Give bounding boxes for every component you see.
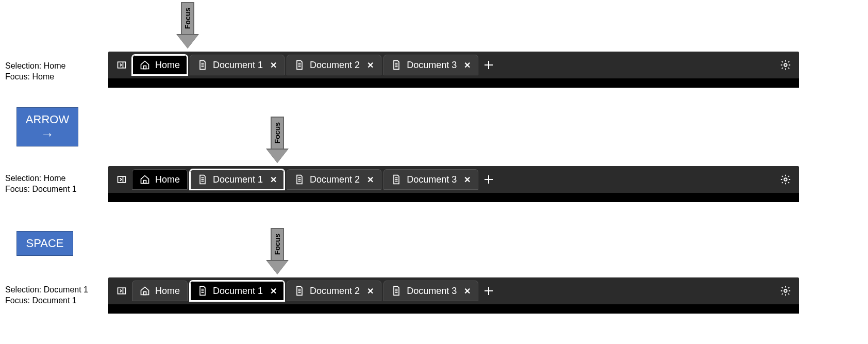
add-tab-button[interactable] bbox=[479, 170, 498, 189]
tab-label: Home bbox=[155, 286, 180, 297]
collapse-button[interactable] bbox=[112, 56, 131, 74]
document-icon bbox=[197, 174, 208, 185]
focus-pointer-label: Focus bbox=[273, 122, 281, 143]
focus-label: Focus: Document 1 bbox=[5, 296, 88, 306]
close-icon[interactable]: ✕ bbox=[367, 286, 374, 296]
svg-point-44 bbox=[784, 289, 787, 292]
document-icon bbox=[294, 60, 305, 70]
tab-strip: Home Document 1 ✕ Document 2 ✕ Document … bbox=[108, 52, 799, 78]
tab-home[interactable]: Home bbox=[132, 55, 188, 75]
close-icon[interactable]: ✕ bbox=[270, 60, 277, 70]
collapse-icon bbox=[116, 174, 127, 185]
close-icon[interactable]: ✕ bbox=[367, 60, 374, 70]
focus-label: Focus: Document 1 bbox=[5, 184, 77, 195]
tab-label: Document 3 bbox=[407, 174, 457, 185]
document-icon bbox=[391, 286, 402, 296]
close-icon[interactable]: ✕ bbox=[270, 286, 277, 296]
close-icon[interactable]: ✕ bbox=[464, 286, 471, 296]
tabbar-content-strip bbox=[108, 78, 799, 88]
tab-label: Document 1 bbox=[213, 60, 263, 71]
tabbar-content-strip bbox=[108, 304, 799, 314]
tab-label: Document 3 bbox=[407, 286, 457, 297]
status-text: Selection: Home Focus: Document 1 bbox=[5, 173, 77, 195]
document-icon bbox=[391, 174, 402, 185]
selection-label: Selection: Home bbox=[5, 61, 65, 72]
focus-pointer-label: Focus bbox=[183, 8, 192, 29]
close-icon[interactable]: ✕ bbox=[367, 175, 374, 185]
focus-pointer: Focus bbox=[267, 228, 288, 274]
status-text: Selection: Home Focus: Home bbox=[5, 61, 65, 83]
collapse-icon bbox=[116, 60, 127, 70]
settings-button[interactable] bbox=[776, 56, 795, 74]
tab-label: Home bbox=[155, 60, 180, 71]
selection-label: Selection: Document 1 bbox=[5, 285, 88, 296]
key-space: SPACE bbox=[16, 231, 73, 256]
key-arrow-right: ARROW → bbox=[16, 107, 78, 146]
tab-document-1[interactable]: Document 1 ✕ bbox=[190, 55, 285, 75]
selection-label: Selection: Home bbox=[5, 173, 77, 184]
tab-document-1[interactable]: Document 1 ✕ bbox=[190, 169, 285, 190]
settings-button[interactable] bbox=[776, 170, 795, 189]
svg-point-29 bbox=[784, 178, 787, 181]
home-icon bbox=[140, 286, 150, 296]
tab-label: Document 1 bbox=[213, 174, 263, 185]
tab-strip: Home Document 1 ✕ Document 2 ✕ Document … bbox=[108, 166, 799, 193]
plus-icon bbox=[482, 59, 495, 71]
svg-rect-17 bbox=[144, 181, 146, 184]
plus-icon bbox=[482, 173, 495, 186]
tab-home[interactable]: Home bbox=[132, 169, 188, 190]
svg-point-14 bbox=[784, 63, 787, 67]
key-label: SPACE bbox=[26, 237, 64, 250]
focus-pointer: Focus bbox=[267, 117, 288, 163]
tab-strip: Home Document 1 ✕ Document 2 ✕ Document … bbox=[108, 277, 799, 304]
collapse-button[interactable] bbox=[112, 170, 131, 189]
add-tab-button[interactable] bbox=[479, 282, 498, 300]
settings-button[interactable] bbox=[776, 282, 795, 300]
svg-rect-2 bbox=[144, 66, 146, 69]
tab-label: Document 1 bbox=[213, 286, 263, 297]
tab-document-3[interactable]: Document 3 ✕ bbox=[383, 281, 478, 301]
tab-label: Document 2 bbox=[310, 286, 360, 297]
tab-home[interactable]: Home bbox=[132, 281, 188, 301]
close-icon[interactable]: ✕ bbox=[464, 60, 471, 70]
document-icon bbox=[294, 174, 305, 185]
document-icon bbox=[197, 60, 208, 70]
collapse-icon bbox=[116, 286, 127, 296]
svg-rect-32 bbox=[144, 292, 146, 295]
home-icon bbox=[140, 174, 150, 185]
tab-document-2[interactable]: Document 2 ✕ bbox=[287, 281, 381, 301]
collapse-button[interactable] bbox=[112, 282, 131, 300]
tab-document-2[interactable]: Document 2 ✕ bbox=[287, 169, 381, 190]
tab-document-3[interactable]: Document 3 ✕ bbox=[383, 169, 478, 190]
tab-label: Document 2 bbox=[310, 174, 360, 185]
gear-icon bbox=[780, 174, 791, 185]
focus-pointer: Focus bbox=[177, 2, 198, 48]
tab-document-2[interactable]: Document 2 ✕ bbox=[287, 55, 381, 75]
status-text: Selection: Document 1 Focus: Document 1 bbox=[5, 285, 88, 306]
focus-pointer-label: Focus bbox=[273, 234, 281, 255]
focus-label: Focus: Home bbox=[5, 72, 65, 83]
tab-label: Document 2 bbox=[310, 60, 360, 71]
arrow-right-icon: → bbox=[41, 127, 54, 141]
tab-document-1[interactable]: Document 1 ✕ bbox=[190, 281, 285, 301]
document-icon bbox=[391, 60, 402, 70]
tab-document-3[interactable]: Document 3 ✕ bbox=[383, 55, 478, 75]
close-icon[interactable]: ✕ bbox=[270, 175, 277, 185]
document-icon bbox=[197, 286, 208, 296]
home-icon bbox=[140, 60, 150, 70]
add-tab-button[interactable] bbox=[479, 56, 498, 74]
tab-label: Document 3 bbox=[407, 60, 457, 71]
document-icon bbox=[294, 286, 305, 296]
gear-icon bbox=[780, 59, 791, 71]
gear-icon bbox=[780, 285, 791, 297]
tabbar-content-strip bbox=[108, 193, 799, 202]
key-label: ARROW bbox=[26, 113, 69, 126]
plus-icon bbox=[482, 285, 495, 297]
close-icon[interactable]: ✕ bbox=[464, 175, 471, 185]
tab-label: Home bbox=[155, 174, 180, 185]
